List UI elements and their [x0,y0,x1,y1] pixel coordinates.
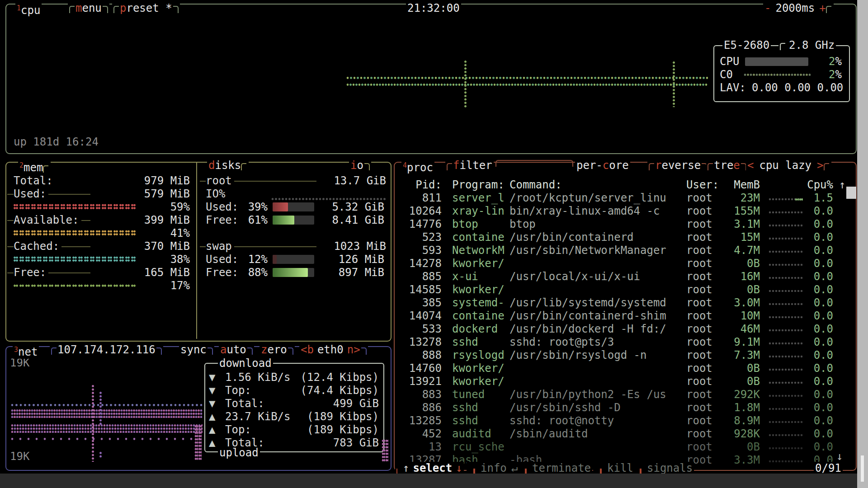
proc-cpu-graph [769,394,803,397]
proc-cell-pid: 13 [398,441,442,454]
interval-plus-button[interactable]: + [819,2,826,14]
interval-minus-button[interactable]: - [764,2,771,14]
corner-icon [156,347,162,355]
proc-cell-cmd: sshd: root@notty [509,414,684,427]
process-row[interactable]: 533dockerd/usr/bin/dockerd -H fd:/root46… [0,323,856,336]
proc-cell-pid: 13285 [398,414,442,427]
net-graph-spike [99,391,102,426]
mem-box-title[interactable]: 2mem [18,159,51,174]
mem-value: 979 MiB [90,174,192,188]
sort-direction-icon[interactable]: ↑ [839,178,845,192]
corner-icon [241,163,246,170]
tree-button[interactable]: tree [706,159,748,172]
mem-label: Used: [14,188,48,201]
col-header-pid[interactable]: Pid: [398,178,442,192]
proc-scrollbar-thumb[interactable] [846,187,856,199]
corner-icon [361,347,367,355]
mem-percent: 38% [136,253,192,266]
col-header-cpu[interactable]: Cpu% [787,178,833,192]
reverse-button[interactable]: reverse [647,159,708,172]
net-box-title[interactable]: 3net [13,343,39,359]
proc-cell-mem: 1.8M [705,401,760,414]
proc-cell-cmd: /usr/bin/dockerd -H fd:/ [509,323,684,336]
down-arrow-icon: ↓ [456,462,462,474]
col-header-mem[interactable]: MemB [705,178,760,192]
scroll-down-icon[interactable]: ↓ [836,450,843,463]
col-header-program[interactable]: Program: [452,178,505,192]
proc-cpu-graph [769,434,803,436]
clock: 21:32:00 [406,2,461,15]
proc-cell-mem: 46M [705,323,760,336]
corner-icon [826,6,831,13]
sort-prev-button[interactable]: < [747,159,754,172]
proc-cpu-graph [769,316,803,319]
corner-icon [208,347,213,355]
proc-cpu-graph [769,250,803,253]
proc-cell-pid: 14074 [398,310,442,323]
menu-button[interactable]: menu [68,2,109,15]
disk-io-graph [271,197,387,200]
net-auto-button[interactable]: auto [219,343,254,357]
sort-selector[interactable]: <cpu lazy> [746,159,831,172]
col-header-command[interactable]: Command: [509,178,562,192]
net-graph-band [11,404,203,407]
proc-cpu-graph [769,329,803,332]
io-toggle-button[interactable]: io [349,159,371,172]
mem-label: Cached: [14,240,61,253]
net-zero-button[interactable]: zero [259,343,295,357]
mem-meter [14,256,153,262]
filter-field[interactable] [495,160,573,167]
window-scrollbar-thumb[interactable] [861,455,864,482]
net-sync-button[interactable]: sync [179,343,214,357]
mem-percent: 41% [136,227,192,240]
proc-cell-pid: 452 [398,427,442,441]
corner-icon [247,347,253,355]
proc-cell-pid: 886 [398,401,442,414]
net-graph-spike [91,450,94,462]
process-row[interactable]: 14760kworker/root0B0.0 [0,362,856,375]
process-row[interactable]: 883tuned/usr/bin/python2 -Es /usroot292K… [0,388,856,401]
core-graph [744,73,811,76]
mem-percent: 17% [136,279,192,292]
proc-cpu-graph [769,211,803,214]
up-arrow-icon: ↑ [403,462,409,474]
net-graph-spike [91,385,94,449]
proc-cell-cmd: sshd: root@pts/3 [509,336,684,349]
core-label: C0 [720,68,733,81]
proc-cell-pid: 523 [398,231,442,244]
filter-button[interactable]: filter [445,159,494,172]
disk-used-bar [273,255,314,264]
process-row[interactable]: 385systemd-/usr/lib/systemd/systemdroot3… [0,296,856,310]
proc-cell-prog: xray-lin [452,205,505,218]
proc-cell-prog: tuned [452,388,485,401]
proc-cell-mem: 4.7M [705,244,760,257]
disks-box-title[interactable]: disks [207,159,249,172]
net-graph-band [11,437,203,441]
process-row[interactable]: 13921kworker/root0B0.0 [0,375,856,388]
proc-cell-mem: 16M [705,270,760,283]
sort-next-button[interactable]: > [817,159,823,172]
disk-name: swap [206,240,234,253]
mem-value: 370 MiB [90,240,192,253]
corner-icon [43,165,48,173]
proc-cell-mem: 23M [705,192,760,205]
process-row[interactable]: 13rcu_scheroot0B0.0 [0,441,856,454]
corner-icon [173,6,179,13]
proc-box-title[interactable]: 4proc [401,159,434,174]
download-title: download [218,357,273,370]
per-core-button[interactable]: per-core [575,159,630,172]
net-graph-cluster [382,439,388,462]
corner-icon [69,6,75,13]
proc-cell-pid: 883 [398,388,442,401]
disk-used-bar [273,202,314,211]
preset-button[interactable]: preset * [112,2,180,15]
proc-cpu-graph [769,408,803,410]
cpu-box-title[interactable]: 1cpu [15,2,42,17]
corner-icon [824,163,829,170]
proc-cell-prog: rcu_sche [452,441,505,454]
corner-icon [51,347,57,355]
process-row[interactable]: 14074containe/usr/bin/containerd-shimroo… [0,310,856,323]
net-interface-switch[interactable]: <beth0n> [299,343,368,357]
proc-cell-prog: containe [452,231,505,244]
proc-cell-mem: 0B [705,441,760,454]
